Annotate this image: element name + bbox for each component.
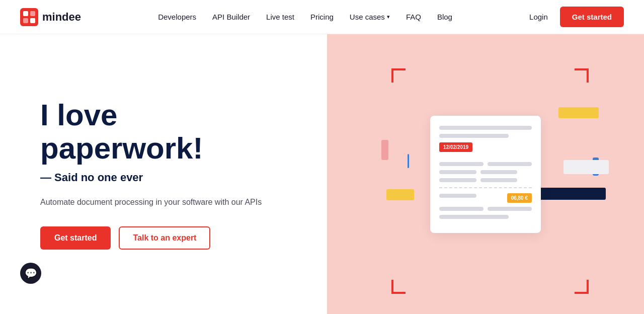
- doc-amount-label: [439, 194, 476, 198]
- doc-line-1: [439, 126, 532, 130]
- accent-dark-right: [538, 188, 606, 200]
- chat-bubble[interactable]: 💬: [20, 263, 41, 284]
- hero-illustration: 12/02/2019 06,80 €: [327, 34, 644, 314]
- doc-row-2: [439, 170, 532, 174]
- accent-white-right: [564, 160, 609, 174]
- accent-blue-line: [408, 154, 409, 168]
- document-card: 12/02/2019 06,80 €: [430, 116, 541, 233]
- svg-rect-0: [20, 8, 38, 26]
- doc-cell-5: [439, 178, 476, 182]
- nav-blog[interactable]: Blog: [437, 13, 452, 21]
- svg-rect-3: [23, 18, 28, 23]
- nav-developers[interactable]: Developers: [158, 13, 196, 21]
- chevron-down-icon: ▾: [387, 14, 390, 20]
- accent-pink-left: [381, 140, 388, 160]
- doc-cell-6: [480, 178, 518, 182]
- bracket-top-left: [391, 68, 406, 83]
- bracket-bottom-right: [575, 280, 589, 294]
- doc-row-4: [439, 207, 532, 211]
- nav-pricing[interactable]: Pricing: [310, 13, 334, 21]
- doc-cell-2: [488, 162, 532, 166]
- login-link[interactable]: Login: [529, 13, 548, 21]
- hero-buttons: Get started Talk to an expert: [40, 226, 297, 250]
- date-badge: 12/02/2019: [439, 142, 472, 152]
- svg-rect-2: [30, 11, 35, 16]
- doc-amount-row: 06,80 €: [439, 193, 532, 203]
- accent-yellow-left: [386, 189, 414, 200]
- logo[interactable]: mindee: [20, 8, 81, 26]
- doc-cell-7: [439, 207, 484, 211]
- main-layout: I love paperwork! — Said no one ever Aut…: [0, 34, 644, 314]
- nav-right: Login Get started: [529, 7, 624, 27]
- navbar: mindee Developers API Builder Live test …: [0, 0, 644, 34]
- doc-line-bottom: [439, 215, 509, 219]
- accent-yellow-right: [558, 107, 599, 118]
- doc-cell-8: [488, 207, 532, 211]
- logo-text: mindee: [42, 11, 81, 24]
- hero-section: I love paperwork! — Said no one ever Aut…: [0, 34, 327, 314]
- hero-heading: I love paperwork!: [40, 99, 297, 165]
- bracket-bottom-left: [391, 280, 406, 294]
- doc-row-3: [439, 178, 532, 182]
- svg-rect-4: [30, 18, 35, 23]
- hero-subheading: — Said no one ever: [40, 171, 297, 184]
- nav-faq[interactable]: FAQ: [406, 13, 421, 21]
- talk-expert-button[interactable]: Talk to an expert: [119, 226, 210, 250]
- get-started-hero-button[interactable]: Get started: [40, 226, 111, 250]
- nav-use-cases[interactable]: Use cases: [350, 13, 385, 21]
- doc-cell-1: [439, 162, 484, 166]
- nav-live-test[interactable]: Live test: [266, 13, 294, 21]
- logo-icon: [20, 8, 38, 26]
- doc-cell-4: [480, 170, 518, 174]
- chat-icon: 💬: [25, 267, 37, 279]
- get-started-nav-button[interactable]: Get started: [560, 7, 624, 27]
- hero-description: Automate document processing in your sof…: [40, 196, 292, 208]
- doc-line-2: [439, 134, 509, 138]
- doc-cell-3: [439, 170, 476, 174]
- doc-row-1: [439, 162, 532, 166]
- svg-rect-1: [23, 11, 28, 16]
- bracket-top-right: [575, 68, 589, 83]
- price-badge: 06,80 €: [507, 193, 532, 203]
- dashed-separator: [439, 187, 532, 188]
- nav-api-builder[interactable]: API Builder: [212, 13, 250, 21]
- nav-links: Developers API Builder Live test Pricing…: [158, 13, 452, 22]
